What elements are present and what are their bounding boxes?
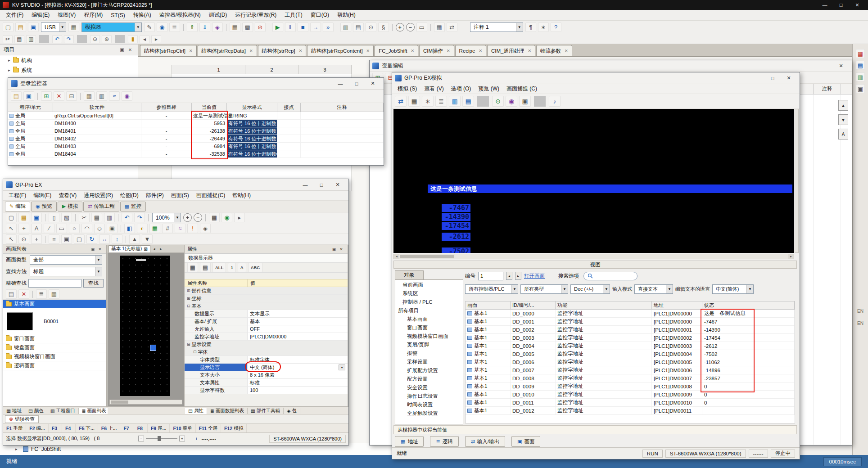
screen-section-basic[interactable]: 基本画面	[3, 300, 106, 308]
close-tab-icon[interactable]: ✕	[411, 49, 414, 53]
view-table-row[interactable]: 基本1 DD_0006 监控字地址 [PLC1]DM00005 -11062	[466, 358, 795, 366]
column-header[interactable]: 接点	[277, 103, 301, 112]
redo-icon[interactable]: ↷	[134, 213, 145, 222]
close-tab-icon[interactable]: ✕	[189, 49, 193, 53]
capture-icon[interactable]: ◉	[122, 91, 132, 101]
show-all-icon[interactable]: ALL	[212, 263, 226, 272]
screen-jump-icon[interactable]: ▸	[234, 213, 245, 222]
type-filter-combo[interactable]: 所有类型▼	[520, 284, 568, 294]
batch-monitor-icon[interactable]: ▤	[353, 22, 364, 32]
grid-icon[interactable]: ▦	[209, 213, 220, 222]
menu-item[interactable]: ST(S)	[107, 11, 129, 20]
sim-tab-address[interactable]: ▦地址	[395, 436, 424, 447]
panel-tab-parts-toolbox[interactable]: ▦部件工具箱	[248, 408, 284, 414]
watch-window-icon[interactable]: ⊙	[366, 22, 376, 32]
view-table-row[interactable]: 基本1 DD_0012 监控字地址 [PLC1]DM00011	[466, 407, 795, 415]
maximize-button[interactable]: □	[313, 180, 330, 190]
column-header[interactable]: 当前值	[192, 103, 227, 112]
display-format-cell[interactable]: 有符号 16 位十进制数	[227, 120, 277, 127]
address-view-icon[interactable]: ▦	[408, 96, 420, 107]
object-tree-item[interactable]: 页眉/页脚	[395, 341, 463, 349]
scrollbar-thumb[interactable]	[111, 400, 128, 404]
line-tool-icon[interactable]: ∕	[44, 224, 54, 233]
close-tab-icon[interactable]: ✕	[528, 49, 531, 53]
undo-icon[interactable]: ↶	[52, 35, 62, 43]
close-tab-icon[interactable]: ✕	[299, 49, 303, 53]
property-row[interactable]: ⊟显示设置	[185, 341, 348, 348]
panel-tab-package[interactable]: ◈包	[284, 408, 300, 414]
menu-item[interactable]: 文件(F)	[2, 10, 27, 20]
document-tab[interactable]: Recipe✕	[455, 45, 486, 56]
function-key[interactable]: F5下...	[76, 424, 98, 432]
view-table-row[interactable]: 基本1 DD_0003 监控字地址 [PLC1]DM00002 -17454	[466, 334, 795, 342]
continue-icon[interactable]: »	[323, 22, 334, 32]
property-row[interactable]: 基本/ 扩展 基本	[185, 318, 348, 325]
monitor-table-row[interactable]: 全局 DM18403 - -6984 有符号 16 位十进制数	[8, 143, 384, 150]
object-tab[interactable]: 对象	[395, 270, 424, 279]
write-to-plc-icon[interactable]: ⇓	[199, 22, 210, 32]
column-header[interactable]: 注释	[301, 103, 384, 112]
minimize-button[interactable]: —	[748, 73, 764, 84]
next-bookmark-icon[interactable]: ▸	[151, 35, 161, 43]
view-table-row[interactable]: 基本1 DD_0008 监控字地址 [PLC1]DM00007 -23857	[466, 374, 795, 382]
close-icon[interactable]: ✕	[338, 247, 345, 252]
function-key[interactable]: F3	[49, 424, 62, 432]
monitor-table-row[interactable]: 全局 DM18400 - -5953 有符号 16 位十进制数	[8, 120, 384, 127]
screen-thumbnail[interactable]	[7, 312, 33, 330]
menu-item[interactable]: 绘图(D)	[117, 191, 142, 200]
view-table-row[interactable]: 基本1 DD_0000 监控字地址 [PLC1]DM00000 这是一条测试信息	[466, 310, 795, 318]
view-table-row[interactable]: 基本1 DD_0001 监控字地址 [PLC1]DM00000 -7467	[466, 318, 795, 326]
undo-icon[interactable]: ↶	[122, 213, 132, 222]
sort-icon[interactable]: A	[238, 263, 246, 272]
grid-column-header[interactable]: 3	[298, 65, 352, 74]
image-tool-icon[interactable]: ▣	[107, 224, 118, 233]
property-row[interactable]: 显示语言 中文 (简体)▾	[185, 364, 348, 371]
property-value-cell[interactable]: 100	[248, 387, 348, 394]
project-tree-item[interactable]: ▸机构	[0, 55, 138, 65]
close-button[interactable]: ✕	[833, 61, 849, 72]
scrollbar-thumb[interactable]	[400, 255, 454, 258]
display-format-cell[interactable]: 有符号 16 位十进制数▾	[227, 150, 277, 158]
object-tree-item[interactable]: 当前画面	[395, 281, 463, 289]
display-format-cell[interactable]: 有符号 16 位十进制数	[227, 127, 277, 135]
clear-value-icon[interactable]: ⊘	[255, 22, 266, 32]
minimize-button[interactable]: —	[817, 0, 833, 10]
document-tab[interactable]: CIM_通用处理✕	[487, 45, 535, 56]
online-edit-icon[interactable]: ≣	[169, 22, 180, 32]
mode-combo[interactable]: 模拟器▼	[81, 22, 142, 32]
column-header[interactable]: 软元件	[53, 103, 141, 112]
menu-item[interactable]: 编辑(E)	[27, 10, 54, 20]
special-part-icon[interactable]: ◈	[200, 224, 211, 233]
pause-icon[interactable]: ‖	[285, 22, 296, 32]
menu-item[interactable]: 编辑(E)	[30, 191, 55, 200]
display-format-cell[interactable]: 有符号 16 位十进制数	[227, 143, 277, 150]
flip-vertical-icon[interactable]: ↕	[112, 234, 122, 244]
object-tree-item[interactable]: 基本画面	[395, 315, 463, 324]
pin-icon[interactable]: ▣	[89, 247, 96, 252]
property-row[interactable]: 允许输入 OFF	[185, 325, 348, 333]
chevron-down-icon[interactable]: ▼	[95, 256, 102, 264]
spin-left-icon[interactable]: ◂	[506, 272, 512, 280]
function-key[interactable]: F4	[62, 424, 76, 432]
document-tab[interactable]: 结构体[strRcpContent]✕	[307, 45, 374, 56]
ladder-monitor-icon[interactable]: ▦	[230, 22, 240, 32]
copy-screen-icon[interactable]: ▤	[6, 289, 17, 299]
paste-icon[interactable]: ▥	[104, 213, 115, 222]
comment-combo[interactable]: 注释 1▼	[470, 22, 523, 32]
split-horizontal-icon[interactable]: ▥	[449, 96, 461, 107]
column-header[interactable]: ID/编号/...	[511, 302, 556, 309]
mode-tab-simulation[interactable]: ▶模拟	[58, 202, 82, 212]
menu-item[interactable]: 帮助(H)	[333, 10, 360, 20]
replace-icon[interactable]: ⊛	[102, 35, 112, 43]
word-format-icon[interactable]: ▥	[96, 91, 107, 101]
data-display-part-icon[interactable]: ▦	[149, 224, 160, 233]
editor-mode-icon[interactable]: ✎	[144, 22, 155, 32]
transfer-project-icon[interactable]: ⇄	[395, 96, 407, 107]
sim-tab-screen[interactable]: ▣画面	[511, 436, 540, 447]
property-row[interactable]: 显示字符数 100	[185, 387, 348, 394]
close-tab-icon[interactable]: ✕	[447, 49, 450, 53]
minimize-button[interactable]: —	[332, 78, 348, 89]
find-method-combo[interactable]: 标题▼	[30, 267, 102, 276]
controller-filter-combo[interactable]: 所有控制器/PLC▼	[465, 284, 518, 294]
chevron-down-icon[interactable]: ▼	[561, 285, 568, 293]
